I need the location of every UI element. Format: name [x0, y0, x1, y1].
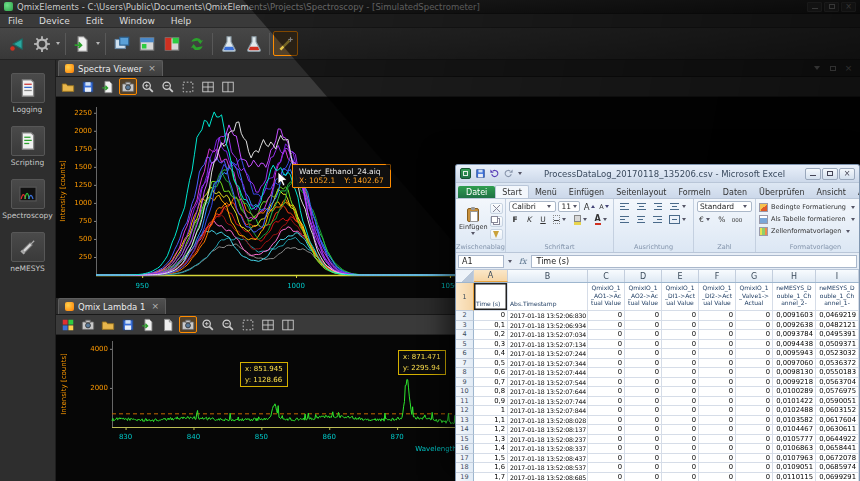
cell-I19[interactable]: 0,0699291 — [816, 473, 859, 481]
align-left-button[interactable] — [617, 214, 632, 225]
row-header-13[interactable]: 13 — [456, 416, 474, 426]
cell-C18[interactable]: 0 — [588, 463, 625, 473]
cell-D8[interactable]: 0 — [625, 368, 662, 378]
cell-E11[interactable]: 0 — [662, 397, 699, 407]
paste-button[interactable]: Einfügen — [459, 201, 488, 241]
cell-B13[interactable]: 2017-01-18 13:52:08:028 — [508, 416, 588, 426]
cell-G5[interactable]: 0 — [736, 340, 773, 350]
float-window-button[interactable] — [827, 63, 838, 73]
cell-A15[interactable]: 1,3 — [474, 435, 508, 445]
row-header-6[interactable]: 6 — [456, 349, 474, 359]
export-data-button[interactable] — [69, 31, 94, 56]
cell-D16[interactable]: 0 — [625, 444, 662, 454]
grow-font-button[interactable]: A — [582, 201, 595, 212]
split-view-button[interactable] — [219, 78, 237, 95]
column-header-D[interactable]: D — [625, 270, 662, 282]
cell-C6[interactable]: 0 — [588, 349, 625, 359]
cell-I12[interactable]: 0,0603152 — [816, 406, 859, 416]
cell-H4[interactable]: 0,0093784 — [773, 330, 816, 340]
open-file-button[interactable] — [99, 316, 117, 333]
zoom-reset-button[interactable] — [179, 78, 197, 95]
ribbon-tab-formeln[interactable]: Formeln — [672, 186, 716, 198]
cell-D11[interactable]: 0 — [625, 397, 662, 407]
cell-C7[interactable]: 0 — [588, 359, 625, 369]
cell-G1[interactable]: QmixIO_1_Valve1->Actual — [736, 283, 773, 311]
cell-E19[interactable]: 0 — [662, 473, 699, 481]
cell-H19[interactable]: 0,0110115 — [773, 473, 816, 481]
cell-E17[interactable]: 0 — [662, 454, 699, 464]
cell-D2[interactable]: 0 — [625, 311, 662, 321]
cell-D1[interactable]: QmixIO_1_AO2->Actual Value — [625, 283, 662, 311]
ribbon-tab-men-[interactable]: Menü — [529, 186, 563, 198]
cell-A4[interactable]: 0,2 — [474, 330, 508, 340]
ribbon-tab-datei[interactable]: Datei — [458, 186, 495, 198]
row-header-16[interactable]: 16 — [456, 444, 474, 454]
row-header-2[interactable]: 2 — [456, 311, 474, 321]
undo-button[interactable] — [488, 167, 501, 180]
column-header-A[interactable]: A — [474, 270, 508, 282]
cell-H9[interactable]: 0,0099218 — [773, 378, 816, 388]
tab-spectra-viewer[interactable]: Spectra Viewer × — [58, 60, 163, 76]
row-header-4[interactable]: 4 — [456, 330, 474, 340]
cell-D19[interactable]: 0 — [625, 473, 662, 481]
cell-B8[interactable]: 2017-01-18 13:52:07:444 — [508, 368, 588, 378]
cell-H18[interactable]: 0,0109051 — [773, 463, 816, 473]
copy-data-button[interactable] — [159, 316, 177, 333]
cell-I16[interactable]: 0,0658441 — [816, 444, 859, 454]
tile-view-button[interactable] — [259, 316, 277, 333]
align-center-button[interactable] — [634, 214, 649, 225]
save-spectrum-button[interactable] — [79, 78, 97, 95]
cell-D18[interactable]: 0 — [625, 463, 662, 473]
cell-E7[interactable]: 0 — [662, 359, 699, 369]
cell-A1[interactable]: Time (s) — [474, 283, 508, 311]
cell-F8[interactable]: 0 — [699, 368, 736, 378]
cell-I14[interactable]: 0,0630611 — [816, 425, 859, 435]
cell-F15[interactable]: 0 — [699, 435, 736, 445]
cell-H11[interactable]: 0,0101422 — [773, 397, 816, 407]
disconnect-device-button[interactable] — [4, 31, 29, 56]
cell-E5[interactable]: 0 — [662, 340, 699, 350]
ribbon-tab-ansicht[interactable]: Ansicht — [810, 186, 852, 198]
cell-H5[interactable]: 0,0094438 — [773, 340, 816, 350]
cell-F16[interactable]: 0 — [699, 444, 736, 454]
cell-I8[interactable]: 0,0550183 — [816, 368, 859, 378]
sidebar-item-nemesys[interactable]: neMESYS — [0, 232, 55, 273]
align-middle-button[interactable] — [634, 201, 649, 212]
zoom-in-button[interactable] — [199, 316, 217, 333]
cell-F14[interactable]: 0 — [699, 425, 736, 435]
number-format-select[interactable]: Standard — [697, 201, 752, 212]
camera-button[interactable] — [79, 316, 97, 333]
cell-E9[interactable]: 0 — [662, 378, 699, 388]
cell-H10[interactable]: 0,0100289 — [773, 387, 816, 397]
menu-item-edit[interactable]: Edit — [78, 16, 111, 26]
format-as-table-button[interactable]: Als Tabelle formatieren — [759, 213, 859, 225]
name-box-dropdown-icon[interactable] — [508, 260, 512, 263]
device-settings-button[interactable] — [29, 31, 54, 56]
cell-A3[interactable]: 0,1 — [474, 321, 508, 331]
cell-D5[interactable]: 0 — [625, 340, 662, 350]
row-header-18[interactable]: 18 — [456, 463, 474, 473]
cell-I9[interactable]: 0,0563704 — [816, 378, 859, 388]
ribbon-tab-daten[interactable]: Daten — [717, 186, 753, 198]
dropdown-arrow-icon[interactable] — [56, 42, 60, 45]
split-view-button[interactable] — [279, 316, 297, 333]
cell-H2[interactable]: 0,0091603 — [773, 311, 816, 321]
cell-B7[interactable]: 2017-01-18 13:52:07:344 — [508, 359, 588, 369]
cell-E6[interactable]: 0 — [662, 349, 699, 359]
percent-format-button[interactable]: % — [716, 214, 728, 225]
zoom-in-button[interactable] — [139, 78, 157, 95]
cell-H12[interactable]: 0,0102488 — [773, 406, 816, 416]
cell-A6[interactable]: 0,4 — [474, 349, 508, 359]
process-tool-button[interactable] — [273, 31, 298, 56]
cell-F9[interactable]: 0 — [699, 378, 736, 388]
cell-B10[interactable]: 2017-01-18 13:52:07:644 — [508, 387, 588, 397]
zoom-out-button[interactable] — [159, 78, 177, 95]
tab-qmix-lambda-1[interactable]: Qmix Lambda 1 × — [58, 298, 166, 314]
cell-D9[interactable]: 0 — [625, 378, 662, 388]
cell-B12[interactable]: 2017-01-18 13:52:07:844 — [508, 406, 588, 416]
cell-G17[interactable]: 0 — [736, 454, 773, 464]
close-tab-icon[interactable]: × — [151, 302, 159, 311]
cell-E18[interactable]: 0 — [662, 463, 699, 473]
cell-C5[interactable]: 0 — [588, 340, 625, 350]
ribbon-tab-seitenlayout[interactable]: Seitenlayout — [610, 186, 672, 198]
